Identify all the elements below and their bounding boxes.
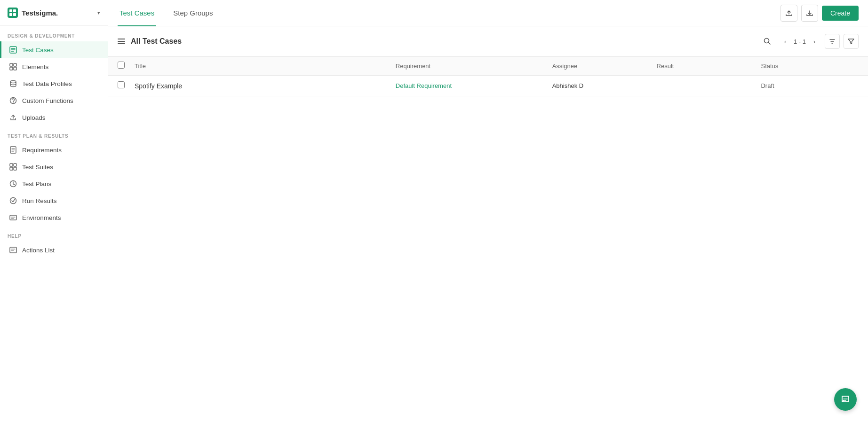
table-row[interactable]: Spotify Example Default Requirement Abhi… xyxy=(108,76,868,96)
hamburger-icon[interactable] xyxy=(118,38,125,45)
chat-fab-button[interactable] xyxy=(834,388,857,411)
svg-point-11 xyxy=(13,102,13,103)
svg-rect-0 xyxy=(9,9,12,12)
test-data-profiles-icon xyxy=(9,79,17,88)
sidebar-item-test-data-profiles[interactable]: Test Data Profiles xyxy=(0,75,108,92)
pagination: ‹ 1 - 1 › xyxy=(779,35,821,48)
run-results-icon xyxy=(9,196,17,205)
col-header-requirement: Requirement xyxy=(396,63,552,70)
sidebar-item-custom-functions-label: Custom Functions xyxy=(22,97,73,104)
sidebar-item-run-results-label: Run Results xyxy=(22,197,57,204)
svg-rect-2 xyxy=(9,13,12,16)
tab-test-cases[interactable]: Test Cases xyxy=(118,0,156,26)
col-header-status: Status xyxy=(761,63,844,70)
test-cases-table: Title Requirement Assignee Result Status… xyxy=(108,57,868,96)
table-header: Title Requirement Assignee Result Status xyxy=(108,57,868,76)
svg-rect-5 xyxy=(10,63,13,66)
help-section-label: Help xyxy=(0,226,108,242)
svg-rect-15 xyxy=(10,167,13,170)
svg-rect-14 xyxy=(14,164,16,166)
sidebar-item-run-results[interactable]: Run Results xyxy=(0,192,108,209)
sidebar-item-test-plans[interactable]: Test Plans xyxy=(0,175,108,192)
sidebar-item-uploads[interactable]: Uploads xyxy=(0,109,108,126)
uploads-icon xyxy=(9,113,17,122)
row-checkbox-cell xyxy=(118,81,135,90)
svg-point-9 xyxy=(10,81,16,83)
app-logo[interactable]: Testsigma. ▾ xyxy=(0,0,108,26)
custom-functions-icon xyxy=(9,96,17,105)
sort-button[interactable] xyxy=(825,34,840,49)
sidebar-item-custom-functions[interactable]: Custom Functions xyxy=(0,92,108,109)
logo-icon xyxy=(8,8,18,18)
test-suites-icon xyxy=(9,163,17,171)
svg-rect-13 xyxy=(10,164,13,166)
svg-point-18 xyxy=(10,198,16,204)
sidebar: Testsigma. ▾ Design & Development Test C… xyxy=(0,0,108,422)
filter-button[interactable] xyxy=(844,34,859,49)
svg-rect-1 xyxy=(13,9,16,12)
row-status: Draft xyxy=(761,82,844,89)
col-header-title: Title xyxy=(135,63,396,70)
create-button[interactable]: Create xyxy=(822,6,859,21)
content-header-actions: ‹ 1 - 1 › xyxy=(760,34,859,49)
svg-rect-19 xyxy=(10,215,16,220)
sidebar-item-test-cases[interactable]: Test Cases xyxy=(0,41,108,58)
top-nav: Test Cases Step Groups Create xyxy=(108,0,868,26)
search-button[interactable] xyxy=(760,34,775,49)
svg-rect-7 xyxy=(10,67,13,70)
download-button[interactable] xyxy=(801,5,818,22)
select-all-checkbox[interactable] xyxy=(118,62,125,69)
elements-icon xyxy=(9,63,17,71)
requirements-icon xyxy=(9,146,17,154)
pagination-next[interactable]: › xyxy=(808,35,821,48)
header-checkbox-cell xyxy=(118,62,135,70)
col-header-assignee: Assignee xyxy=(552,63,657,70)
sidebar-item-environments[interactable]: Environments xyxy=(0,209,108,226)
logo-chevron-icon: ▾ xyxy=(97,10,100,16)
actions-list-icon xyxy=(9,246,17,254)
svg-rect-20 xyxy=(10,247,16,253)
sidebar-item-environments-label: Environments xyxy=(22,214,61,221)
environments-icon xyxy=(9,213,17,222)
sidebar-item-actions-list[interactable]: Actions List xyxy=(0,242,108,258)
sidebar-item-test-data-profiles-label: Test Data Profiles xyxy=(22,80,72,87)
row-title: Spotify Example xyxy=(135,82,396,90)
svg-rect-16 xyxy=(14,167,16,170)
content-header: All Test Cases ‹ 1 - 1 › xyxy=(108,26,868,57)
col-header-result: Result xyxy=(657,63,761,70)
top-nav-actions: Create xyxy=(780,5,859,22)
sidebar-item-test-suites[interactable]: Test Suites xyxy=(0,158,108,175)
content: All Test Cases ‹ 1 - 1 › xyxy=(108,26,868,422)
sidebar-item-uploads-label: Uploads xyxy=(22,114,46,121)
sidebar-item-test-cases-label: Test Cases xyxy=(22,47,54,54)
sidebar-item-test-suites-label: Test Suites xyxy=(22,164,53,171)
row-assignee: Abhishek D xyxy=(552,82,657,89)
plan-section-label: Test Plan & Results xyxy=(0,126,108,141)
app-name: Testsigma. xyxy=(22,9,58,17)
pagination-range: 1 - 1 xyxy=(794,38,806,45)
row-checkbox[interactable] xyxy=(118,81,125,88)
row-requirement: Default Requirement xyxy=(396,82,552,89)
upload-button[interactable] xyxy=(780,5,797,22)
tab-step-groups[interactable]: Step Groups xyxy=(171,0,215,26)
sidebar-item-elements[interactable]: Elements xyxy=(0,58,108,75)
test-cases-icon xyxy=(9,46,17,54)
pagination-prev[interactable]: ‹ xyxy=(779,35,792,48)
sidebar-item-elements-label: Elements xyxy=(22,63,48,70)
page-title: All Test Cases xyxy=(131,37,182,46)
svg-rect-3 xyxy=(13,13,16,16)
main-content-area: Test Cases Step Groups Create xyxy=(108,0,868,422)
sidebar-item-requirements-label: Requirements xyxy=(22,147,62,154)
sidebar-item-test-plans-label: Test Plans xyxy=(22,180,51,188)
test-plans-icon xyxy=(9,180,17,188)
design-section-label: Design & Development xyxy=(0,26,108,41)
sidebar-item-actions-list-label: Actions List xyxy=(22,247,55,254)
sidebar-item-requirements[interactable]: Requirements xyxy=(0,141,108,158)
svg-rect-8 xyxy=(14,67,16,70)
svg-rect-6 xyxy=(14,63,16,66)
